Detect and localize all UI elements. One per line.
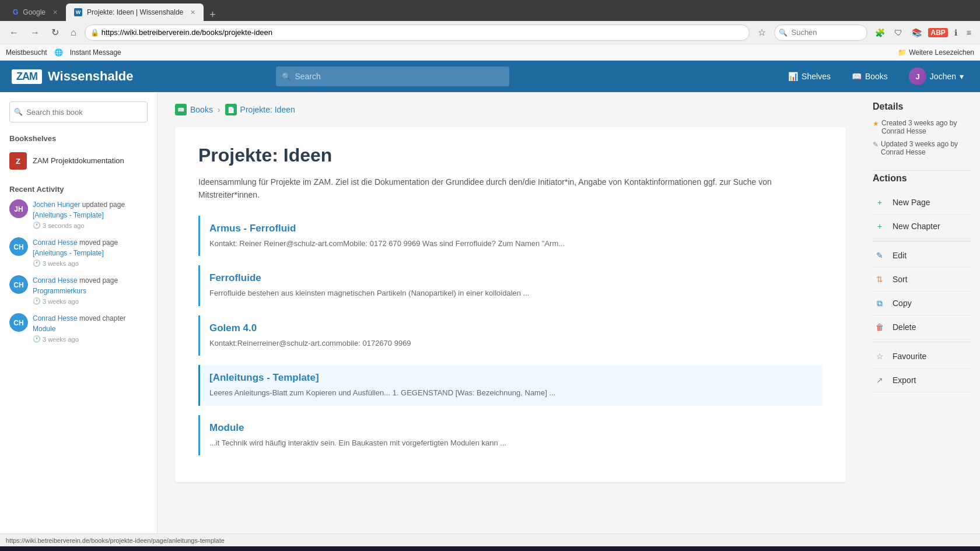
bookmark-folder-icon: 📁 — [898, 48, 907, 57]
activity-user-2[interactable]: Conrad Hesse — [33, 276, 78, 285]
activity-user-3[interactable]: Conrad Hesse — [33, 314, 78, 322]
activity-target-1[interactable]: [Anleitungs - Template] — [33, 249, 104, 257]
chapter-item-0[interactable]: Armus - Ferrofluid Kontakt: Reiner Reine… — [198, 216, 822, 257]
breadcrumb-books[interactable]: 📖 Books — [175, 104, 213, 115]
bookmark-more[interactable]: 📁 Weitere Lesezeichen — [898, 48, 974, 57]
app-name: Wissenshalde — [48, 69, 134, 84]
edit-action-icon: ✎ — [873, 248, 887, 262]
action-delete[interactable]: 🗑 Delete — [873, 315, 971, 339]
detail-created: ★ Created 3 weeks ago by Conrad Hesse — [873, 119, 971, 135]
action-export[interactable]: ↗ Export — [873, 368, 971, 392]
chapter-title-0[interactable]: Armus - Ferrofluid — [209, 223, 813, 234]
clock-icon-0: 🕐 — [33, 222, 41, 229]
chapter-title-2[interactable]: Golem 4.0 — [209, 322, 813, 334]
nav-right: 🧩 🛡 📚 ABP ℹ ≡ — [872, 26, 974, 40]
refresh-button[interactable]: ↻ — [48, 24, 62, 40]
chapter-excerpt-1: Ferrofluide bestehen aus kleinsten magne… — [209, 287, 813, 299]
tab-wissenshalde[interactable]: W Projekte: Ideen | Wissenshalde ✕ — [66, 3, 204, 21]
action-copy[interactable]: ⧉ Copy — [873, 292, 971, 315]
chapter-item-4[interactable]: Module ...it Technik wird häufig interak… — [198, 415, 822, 456]
nav-search-input[interactable] — [774, 24, 867, 41]
content-area: 📖 Books › 📄 Projekte: Ideen Projekte: Id… — [158, 92, 863, 534]
bookshelves-title: Bookshelves — [9, 134, 148, 143]
chapter-excerpt-2: Kontakt:Reinerreiner@schulz-art.commobil… — [209, 338, 813, 349]
bookmark-instant-label: Instant Message — [70, 48, 121, 57]
activity-avatar-3: CH — [9, 313, 28, 332]
activity-item-0: JH Jochen Hunger updated page [Anleitung… — [9, 199, 148, 229]
bookmark-star[interactable]: ☆ — [754, 24, 769, 40]
activity-target-2[interactable]: Programmierkurs — [33, 287, 86, 295]
new-tab-button[interactable]: + — [206, 9, 219, 21]
activity-avatar-1: CH — [9, 237, 28, 256]
forward-button[interactable]: → — [27, 25, 43, 40]
bookmark-globe-icon: 🌐 — [54, 48, 63, 57]
bookmark-meistbesucht[interactable]: Meistbesucht — [6, 48, 47, 57]
activity-target-0[interactable]: [Anleitungs - Template] — [33, 211, 104, 219]
bookmark-more-label: Weitere Lesezeichen — [909, 48, 974, 57]
actions-title: Actions — [873, 173, 971, 184]
activity-text-0: Jochen Hunger updated page [Anleitungs -… — [33, 199, 148, 220]
action-favourite[interactable]: ☆ Favourite — [873, 345, 971, 368]
bookshelf-icon: Z — [9, 152, 27, 170]
action-sort[interactable]: ⇅ Sort — [873, 268, 971, 292]
breadcrumb: 📖 Books › 📄 Projekte: Ideen — [175, 104, 846, 115]
activity-time-3: 🕐 3 weeks ago — [33, 335, 148, 343]
activity-user-0[interactable]: Jochen Hunger — [33, 201, 80, 209]
status-bar: https://wiki.betreiberverein.de/books/pr… — [0, 534, 980, 546]
sidebar-search-icon: 🔍 — [14, 108, 23, 116]
books-nav-item[interactable]: 📖 Books — [847, 68, 892, 85]
nav-search-icon: 🔍 — [779, 29, 788, 37]
action-new-page[interactable]: + New Page — [873, 191, 971, 215]
activity-avatar-0: JH — [9, 199, 28, 218]
activity-target-3[interactable]: Module — [33, 325, 55, 333]
user-avatar: J — [909, 68, 926, 85]
taskbar: ⊞ ⬜ 📁 E 🦊 W Ps Ai Id ▶ ◆ ✉ 🏠 🌐 🔊 🔋 09:51… — [0, 546, 980, 551]
header-search-input[interactable] — [276, 66, 509, 86]
chapter-item-2[interactable]: Golem 4.0 Kontakt:Reinerreiner@schulz-ar… — [198, 315, 822, 356]
info-button[interactable]: ℹ — [951, 26, 960, 40]
chapter-item-3[interactable]: [Anleitungs - Template] Leeres Anleitung… — [198, 365, 822, 406]
activity-content-3: Conrad Hesse moved chapter Module 🕐 3 we… — [33, 313, 148, 343]
shield-button[interactable]: 🛡 — [891, 26, 905, 40]
home-button[interactable]: ⌂ — [67, 25, 80, 40]
extensions-button[interactable]: 🧩 — [872, 26, 888, 40]
menu-button[interactable]: ≡ — [964, 26, 974, 40]
user-menu[interactable]: J Jochen ▾ — [904, 64, 968, 89]
book-title: Projekte: Ideen — [198, 145, 822, 166]
star-icon: ★ — [873, 120, 879, 128]
chapter-item-1[interactable]: Ferrofluide Ferrofluide bestehen aus kle… — [198, 265, 822, 306]
app-logo[interactable]: ZAM Wissenshalde — [12, 69, 134, 84]
browser-tabs: G Google ✕ W Projekte: Ideen | Wissensha… — [0, 0, 980, 21]
shelves-nav-item[interactable]: 📊 Shelves — [783, 68, 835, 85]
tab-google-close[interactable]: ✕ — [52, 9, 58, 16]
action-delete-label: Delete — [892, 322, 916, 332]
url-bar[interactable] — [85, 24, 750, 41]
wissenshalde-favicon: W — [74, 8, 82, 16]
svg-text:J: J — [915, 72, 919, 81]
bookmark-instant[interactable]: Instant Message — [70, 48, 121, 57]
book-description: Ideensammlung für Projekte im ZAM. Ziel … — [198, 176, 822, 202]
activity-item-3: CH Conrad Hesse moved chapter Module 🕐 3… — [9, 313, 148, 343]
bookshelf-icon-text: Z — [16, 157, 20, 166]
tab-wissenshalde-close[interactable]: ✕ — [190, 9, 195, 16]
chapter-title-3[interactable]: [Anleitungs - Template] — [209, 372, 813, 384]
action-sort-label: Sort — [892, 275, 908, 284]
back-button[interactable]: ← — [6, 25, 22, 40]
chapter-title-1[interactable]: Ferrofluide — [209, 272, 813, 284]
action-edit[interactable]: ✎ Edit — [873, 244, 971, 268]
sidebar-search-input[interactable] — [9, 101, 148, 122]
breadcrumb-current[interactable]: 📄 Projekte: Ideen — [225, 104, 295, 115]
action-separator-1 — [873, 241, 971, 241]
activity-user-1[interactable]: Conrad Hesse — [33, 238, 78, 247]
action-new-chapter[interactable]: + New Chapter — [873, 215, 971, 238]
chapter-title-4[interactable]: Module — [209, 422, 813, 434]
bookshelf-item-zam[interactable]: Z ZAM Projektdokumentation — [9, 149, 148, 173]
activity-content-1: Conrad Hesse moved page [Anleitungs - Te… — [33, 237, 148, 267]
books-label: Books — [865, 72, 888, 81]
bookmarks-button[interactable]: 📚 — [909, 26, 925, 40]
bookmarks-bar: Meistbesucht 🌐 Instant Message 📁 Weitere… — [0, 44, 980, 61]
svg-text:JH: JH — [14, 205, 23, 213]
action-separator-2 — [873, 342, 971, 342]
activity-text-2: Conrad Hesse moved page Programmierkurs — [33, 275, 148, 296]
tab-google[interactable]: G Google ✕ — [5, 3, 66, 21]
